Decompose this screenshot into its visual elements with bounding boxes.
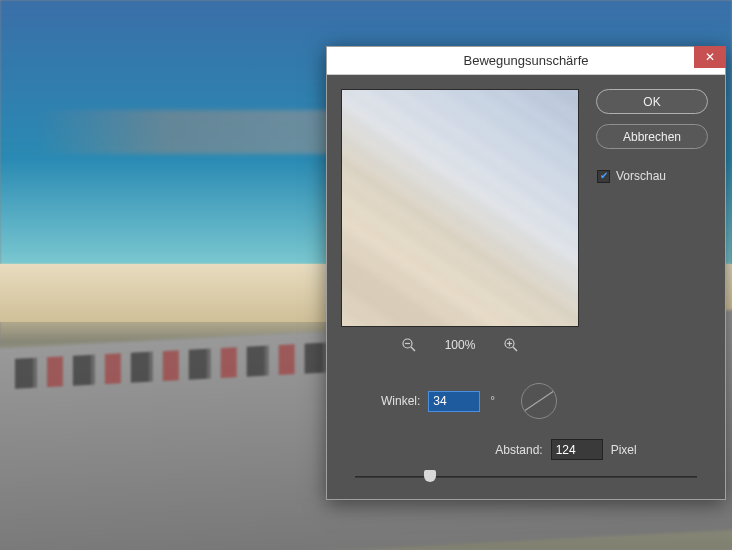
zoom-out-icon — [401, 337, 417, 353]
angle-input[interactable] — [428, 391, 480, 412]
svg-line-4 — [513, 347, 517, 351]
svg-line-1 — [411, 347, 415, 351]
ok-button[interactable]: OK — [596, 89, 708, 114]
angle-label: Winkel: — [381, 394, 420, 408]
angle-unit: ° — [490, 394, 495, 408]
close-icon: ✕ — [705, 50, 715, 64]
dialog-title: Bewegungsunschärfe — [327, 53, 725, 68]
zoom-in-button[interactable] — [503, 337, 519, 353]
zoom-in-icon — [503, 337, 519, 353]
check-icon: ✔ — [600, 171, 608, 181]
distance-input[interactable] — [551, 439, 603, 460]
zoom-out-button[interactable] — [401, 337, 417, 353]
distance-unit: Pixel — [611, 443, 637, 457]
preview-checkbox-label: Vorschau — [616, 169, 666, 183]
close-button[interactable]: ✕ — [694, 46, 726, 68]
zoom-level: 100% — [445, 338, 476, 352]
motion-blur-dialog: Bewegungsunschärfe ✕ OK Abbrechen ✔ Vors… — [326, 46, 726, 500]
slider-thumb[interactable] — [424, 470, 436, 482]
angle-dial[interactable] — [521, 383, 557, 419]
ok-label: OK — [643, 95, 660, 109]
dialog-body: OK Abbrechen ✔ Vorschau — [327, 75, 725, 498]
distance-label: Abstand: — [495, 443, 542, 457]
preview-checkbox[interactable]: ✔ — [597, 170, 610, 183]
filter-preview[interactable] — [341, 89, 579, 327]
cancel-button[interactable]: Abbrechen — [596, 124, 708, 149]
dialog-titlebar[interactable]: Bewegungsunschärfe ✕ — [327, 47, 725, 75]
cancel-label: Abbrechen — [623, 130, 681, 144]
slider-track — [355, 476, 697, 478]
distance-slider[interactable] — [355, 470, 697, 484]
